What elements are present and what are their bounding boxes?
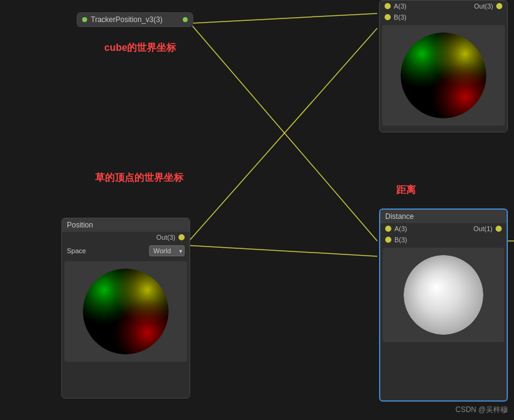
distance-port-b-dot <box>385 237 391 243</box>
distance-circle-preview <box>404 255 483 335</box>
position-node-title: Position <box>67 221 93 229</box>
color-circle-preview-tr <box>401 32 486 118</box>
position-out-dot <box>178 234 185 240</box>
color-node-top-right: A(3) Out(3) B(3) <box>379 0 508 132</box>
distance-port-out-dot <box>496 226 502 232</box>
distance-port-b-label: B(3) <box>394 236 407 243</box>
tracker-node-dot2 <box>183 17 188 22</box>
distance-port-out-label: Out(1) <box>474 225 493 232</box>
distance-node-header: Distance <box>380 210 507 223</box>
svg-line-0 <box>190 13 377 23</box>
svg-line-2 <box>185 28 377 245</box>
distance-label: 距离 <box>396 184 416 197</box>
color-port-b-row: B(3) <box>380 12 507 23</box>
position-node-header: Position <box>62 218 190 232</box>
color-port-out-label: Out(3) <box>474 2 493 10</box>
space-select[interactable]: World Local Object <box>149 245 185 256</box>
tracker-position-node: TrackerPosition_v3(3) <box>77 12 193 27</box>
color-port-b-dot <box>385 14 391 20</box>
tracker-node-dot <box>82 17 87 22</box>
tracker-node-label: TrackerPosition_v3(3) <box>91 15 163 24</box>
color-port-b-label: B(3) <box>394 13 407 21</box>
watermark: CSDN @吴梓穆 <box>455 405 508 415</box>
position-out-label: Out(3) <box>156 234 175 241</box>
color-port-out-dot <box>496 3 502 9</box>
distance-port-a-label: A(3) <box>394 225 407 232</box>
tracker-node-header: TrackerPosition_v3(3) <box>77 13 193 26</box>
color-port-a-label: A(3) <box>394 2 407 10</box>
cube-world-label: cube的世界坐标 <box>104 42 176 55</box>
grass-world-label: 草的顶点的世界坐标 <box>95 172 183 185</box>
position-circle-preview <box>83 269 169 354</box>
distance-port-a-dot <box>385 226 391 232</box>
space-label: Space <box>67 247 86 254</box>
position-node: Position Out(3) Space World Local Object <box>61 218 190 399</box>
svg-line-3 <box>185 245 377 256</box>
svg-line-1 <box>190 23 377 241</box>
distance-node-title: Distance <box>385 212 414 221</box>
distance-port-a-row: A(3) Out(1) <box>380 223 507 234</box>
color-port-a-row: A(3) Out(3) <box>380 1 507 12</box>
position-space-row: Space World Local Object <box>62 243 190 259</box>
color-port-a-dot <box>385 3 391 9</box>
distance-port-b-row: B(3) <box>380 234 507 245</box>
position-out-row: Out(3) <box>62 232 190 243</box>
distance-node: Distance A(3) Out(1) B(3) <box>379 208 508 402</box>
space-select-wrapper[interactable]: World Local Object <box>149 245 185 256</box>
